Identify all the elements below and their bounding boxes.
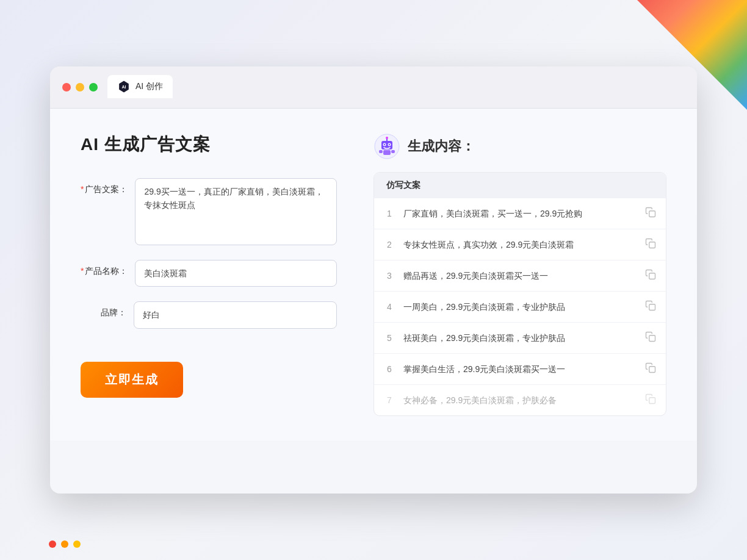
result-row: 7女神必备，29.9元美白淡斑霜，护肤必备 xyxy=(374,385,666,415)
ad-copy-group: *广告文案： xyxy=(81,178,337,245)
row-text: 厂家直销，美白淡斑霜，买一送一，29.9元抢购 xyxy=(403,207,637,220)
minimize-button[interactable] xyxy=(76,83,84,92)
result-row: 6掌握美白生活，29.9元美白淡斑霜买一送一 xyxy=(374,354,666,385)
copy-icon[interactable] xyxy=(645,238,656,251)
traffic-lights xyxy=(62,83,98,92)
right-panel: 生成内容： 仿写文案 1厂家直销，美白淡斑霜，买一送一，29.9元抢购 2专抹女… xyxy=(374,133,666,416)
product-name-input[interactable] xyxy=(135,260,337,287)
row-number: 6 xyxy=(384,364,395,374)
row-text: 赠品再送，29.9元美白淡斑霜买一送一 xyxy=(403,270,637,282)
row-text: 专抹女性斑点，真实功效，29.9元美白淡斑霜 xyxy=(403,239,637,251)
required-star-product: * xyxy=(81,266,84,276)
robot-icon xyxy=(374,133,400,160)
bg-decoration-bottom-left xyxy=(49,540,81,548)
copy-icon[interactable] xyxy=(645,269,656,282)
right-title: 生成内容： xyxy=(408,137,475,156)
right-header: 生成内容： xyxy=(374,133,666,160)
copy-icon[interactable] xyxy=(645,300,656,314)
result-row: 3赠品再送，29.9元美白淡斑霜买一送一 xyxy=(374,260,666,292)
row-text: 祛斑美白，29.9元美白淡斑霜，专业护肤品 xyxy=(403,332,637,345)
decor-dot-red xyxy=(49,540,56,548)
row-number: 4 xyxy=(384,302,395,312)
product-name-group: *产品名称： xyxy=(81,260,337,287)
svg-rect-18 xyxy=(649,367,655,373)
svg-point-6 xyxy=(384,144,385,145)
row-text: 掌握美白生活，29.9元美白淡斑霜买一送一 xyxy=(403,363,637,376)
row-number: 3 xyxy=(384,271,395,281)
results-container: 1厂家直销，美白淡斑霜，买一送一，29.9元抢购 2专抹女性斑点，真实功效，29… xyxy=(374,198,666,415)
browser-window: AI AI 创作 AI 生成广告文案 *广告文案： *产品名称： xyxy=(50,66,697,494)
brand-input[interactable] xyxy=(134,301,337,328)
svg-rect-11 xyxy=(379,150,383,153)
ad-copy-input[interactable] xyxy=(135,178,337,245)
tab-title-label: AI 创作 xyxy=(135,81,163,92)
generate-button[interactable]: 立即生成 xyxy=(81,362,183,398)
copy-icon[interactable] xyxy=(645,393,656,407)
main-content: AI 生成广告文案 *广告文案： *产品名称： 品牌： 立即生成 xyxy=(50,109,697,440)
svg-rect-16 xyxy=(649,304,655,311)
result-row: 1厂家直销，美白淡斑霜，买一送一，29.9元抢购 xyxy=(374,198,666,229)
required-star-ad-copy: * xyxy=(81,184,84,194)
result-table: 仿写文案 1厂家直销，美白淡斑霜，买一送一，29.9元抢购 2专抹女性斑点，真实… xyxy=(374,172,666,416)
svg-point-9 xyxy=(386,137,388,139)
copy-icon[interactable] xyxy=(645,362,656,376)
copy-icon[interactable] xyxy=(645,331,656,345)
decor-dot-orange xyxy=(61,540,68,548)
row-number: 2 xyxy=(384,240,395,249)
left-panel: AI 生成广告文案 *广告文案： *产品名称： 品牌： 立即生成 xyxy=(81,133,337,416)
svg-text:AI: AI xyxy=(121,85,126,89)
row-number: 5 xyxy=(384,333,395,343)
browser-tab[interactable]: AI AI 创作 xyxy=(107,75,173,99)
result-row: 4一周美白，29.9元美白淡斑霜，专业护肤品 xyxy=(374,292,666,323)
copy-icon[interactable] xyxy=(645,207,656,220)
svg-rect-19 xyxy=(649,398,655,404)
svg-rect-13 xyxy=(649,211,655,217)
title-bar: AI AI 创作 xyxy=(50,66,697,109)
svg-rect-14 xyxy=(649,242,655,248)
brand-group: 品牌： xyxy=(81,301,337,328)
row-text: 女神必备，29.9元美白淡斑霜，护肤必备 xyxy=(403,394,637,407)
svg-rect-15 xyxy=(649,273,655,279)
result-row: 5祛斑美白，29.9元美白淡斑霜，专业护肤品 xyxy=(374,323,666,354)
table-header: 仿写文案 xyxy=(374,173,666,198)
svg-rect-10 xyxy=(383,150,391,155)
svg-point-7 xyxy=(389,144,390,145)
svg-rect-12 xyxy=(391,150,395,153)
decor-dot-yellow xyxy=(73,540,81,548)
result-row: 2专抹女性斑点，真实功效，29.9元美白淡斑霜 xyxy=(374,229,666,260)
ad-copy-label: *广告文案： xyxy=(81,178,128,195)
row-number: 7 xyxy=(384,395,395,405)
brand-label: 品牌： xyxy=(81,301,126,318)
svg-rect-17 xyxy=(649,336,655,342)
close-button[interactable] xyxy=(62,83,71,92)
page-title: AI 生成广告文案 xyxy=(81,133,337,156)
row-number: 1 xyxy=(384,209,395,218)
product-name-label: *产品名称： xyxy=(81,260,128,277)
row-text: 一周美白，29.9元美白淡斑霜，专业护肤品 xyxy=(403,301,637,314)
maximize-button[interactable] xyxy=(89,83,98,92)
ai-tab-icon: AI xyxy=(117,80,131,93)
